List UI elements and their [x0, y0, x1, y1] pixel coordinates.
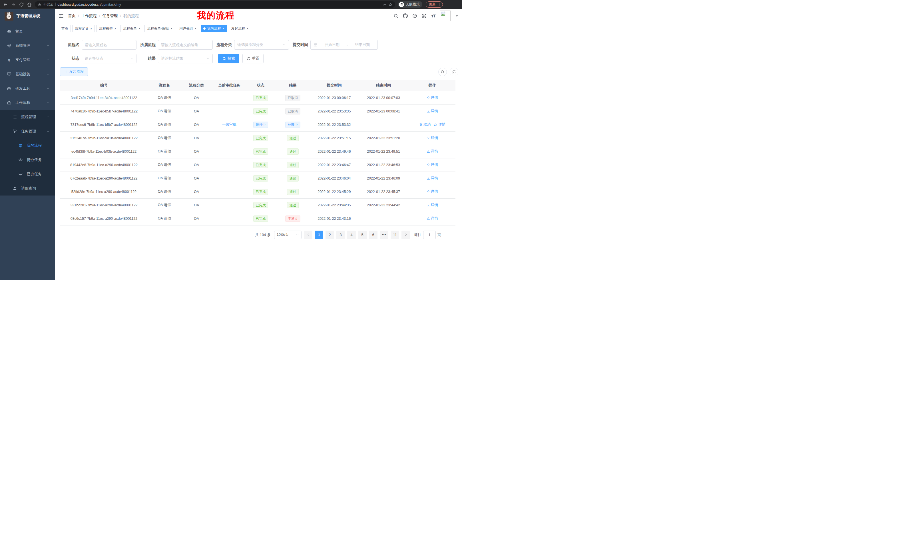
tab-item[interactable]: 流程模型× — [96, 25, 119, 32]
refresh-table-button[interactable] — [450, 67, 458, 76]
sidebar-item[interactable]: 首页 — [0, 24, 55, 39]
create-process-button[interactable]: 发起流程 — [60, 67, 88, 76]
detail-action[interactable]: 详情 — [427, 189, 438, 194]
sidebar-item[interactable]: ¥支付管理 — [0, 53, 55, 67]
detail-action[interactable]: 详情 — [427, 149, 438, 154]
sidebar-item[interactable]: 研发工具 — [0, 81, 55, 96]
detail-action[interactable]: 详情 — [427, 216, 438, 221]
tab-item[interactable]: 用户分组× — [177, 25, 199, 32]
submit-time-range-picker[interactable]: 开始日期 - 结束日期 — [310, 40, 378, 49]
cell-actions: 详情 — [409, 91, 455, 105]
page-ellipsis[interactable]: ••• — [380, 231, 388, 239]
cell-actions: 详情 — [409, 198, 455, 212]
close-icon[interactable]: × — [195, 27, 197, 30]
address-bar[interactable]: 不安全 dashboard.yudao.iocoder.cn/bpm/task/… — [35, 1, 395, 8]
url-text: dashboard.yudao.iocoder.cn/bpm/task/my — [58, 3, 381, 7]
browser-back-icon[interactable] — [3, 2, 8, 7]
edit-icon — [427, 203, 430, 207]
page-button[interactable]: 5 — [358, 231, 367, 239]
cell-submit-time: 2022-01-22 23:44:35 — [310, 198, 358, 212]
tab-item[interactable]: 流程表单-编辑× — [144, 25, 175, 32]
browser-reload-icon[interactable] — [19, 2, 24, 7]
cell-category: OA — [181, 145, 212, 158]
font-size-icon[interactable]: тT — [431, 13, 435, 18]
page-size-select[interactable]: 10条/页 — [274, 231, 302, 239]
sidebar-item[interactable]: 系统管理 — [0, 39, 55, 53]
sidebar-item[interactable]: 我的流程 — [0, 138, 55, 153]
cell-end-time: 2022-01-22 23:51:20 — [358, 131, 409, 145]
help-icon[interactable] — [412, 13, 417, 18]
goto-page-input[interactable] — [423, 231, 436, 239]
sidebar-item[interactable]: 请假查询 — [0, 181, 55, 196]
cell-result: 通过 — [275, 198, 310, 212]
tab-item[interactable]: 流程定义× — [72, 25, 95, 32]
tab-item[interactable]: 流程表单× — [120, 25, 143, 32]
process-name-input[interactable] — [85, 43, 134, 47]
sidebar-item[interactable]: 已办任务 — [0, 167, 55, 181]
chevron-down-icon — [46, 58, 50, 61]
cell-status: 已完成 — [246, 212, 275, 225]
breadcrumb-item[interactable]: 工作流程 — [81, 13, 97, 18]
sidebar-item[interactable]: 待办任务 — [0, 153, 55, 167]
caret-down-icon[interactable] — [455, 14, 459, 18]
tab-item[interactable]: 发起流程× — [229, 25, 251, 32]
prev-page-button[interactable] — [304, 231, 312, 239]
bookmark-star-icon[interactable] — [388, 3, 392, 7]
detail-action[interactable]: 详情 — [427, 136, 438, 141]
show-search-button[interactable] — [438, 67, 447, 76]
sidebar-item[interactable]: 工作流程 — [0, 96, 55, 110]
category-select[interactable]: 请选择流程分类 — [234, 40, 289, 49]
close-icon[interactable]: × — [114, 27, 116, 30]
search-button[interactable]: 搜索 — [218, 54, 239, 63]
avatar[interactable] — [440, 10, 451, 21]
close-icon[interactable]: × — [138, 27, 141, 30]
status-select[interactable]: 请选择状态 — [82, 54, 136, 63]
browser-home-icon[interactable] — [27, 2, 32, 7]
detail-action[interactable]: 详情 — [427, 203, 438, 208]
result-select[interactable]: 请选择流结果 — [158, 54, 213, 63]
page-button[interactable]: 3 — [336, 231, 345, 239]
password-key-icon[interactable] — [382, 3, 386, 7]
process-definition-input-wrap — [158, 40, 213, 49]
status-badge: 已完成 — [253, 162, 268, 168]
page-button[interactable]: 4 — [347, 231, 356, 239]
close-icon[interactable]: × — [170, 27, 172, 30]
page-button[interactable]: 6 — [369, 231, 378, 239]
cell-submit-time: 2022-01-22 23:46:47 — [310, 158, 358, 172]
table-row: 2152467e-7b9b-11ec-9a1b-acde48001122OA 请… — [60, 131, 455, 145]
page-button[interactable]: 2 — [326, 231, 334, 239]
close-icon[interactable]: × — [90, 27, 92, 30]
page-button[interactable]: 1 — [315, 231, 323, 239]
detail-action[interactable]: 详情 — [434, 122, 446, 127]
close-icon[interactable]: × — [246, 27, 249, 30]
update-button[interactable]: 更新 — [426, 1, 443, 8]
task-link[interactable]: 一级审批 — [222, 122, 236, 127]
sidebar-item[interactable]: 任务管理 — [0, 124, 55, 138]
chevron-down-icon — [282, 43, 286, 46]
github-icon[interactable] — [403, 13, 408, 18]
browser-forward-icon[interactable] — [11, 2, 16, 7]
sidebar-item[interactable]: 基础设施 — [0, 67, 55, 81]
reset-button[interactable]: 重置 — [242, 54, 264, 63]
breadcrumb-item[interactable]: 任务管理 — [102, 13, 118, 18]
page-button[interactable]: 11 — [391, 231, 399, 239]
detail-action[interactable]: 详情 — [427, 95, 438, 100]
detail-action[interactable]: 详情 — [427, 176, 438, 181]
detail-action[interactable]: 详情 — [427, 109, 438, 114]
breadcrumb: 首页/工作流程/任务管理/我的流程 — [68, 13, 139, 18]
process-definition-input[interactable] — [161, 43, 210, 47]
fullscreen-icon[interactable] — [422, 13, 427, 18]
cancel-action[interactable]: 取消 — [419, 122, 430, 127]
tab-active[interactable]: 我的流程× — [201, 25, 227, 32]
chevron-down-icon — [296, 233, 299, 236]
breadcrumb-item[interactable]: 首页 — [68, 13, 76, 18]
detail-action[interactable]: 详情 — [427, 162, 438, 167]
search-icon[interactable] — [393, 13, 398, 18]
tab-item[interactable]: 首页 — [59, 25, 71, 32]
next-page-button[interactable] — [402, 231, 410, 239]
status-badge: 已完成 — [253, 202, 268, 208]
hamburger-icon[interactable] — [58, 13, 64, 19]
close-icon[interactable]: × — [222, 27, 224, 30]
sidebar-item[interactable]: 流程管理 — [0, 110, 55, 124]
tab-label: 流程定义 — [75, 26, 88, 31]
